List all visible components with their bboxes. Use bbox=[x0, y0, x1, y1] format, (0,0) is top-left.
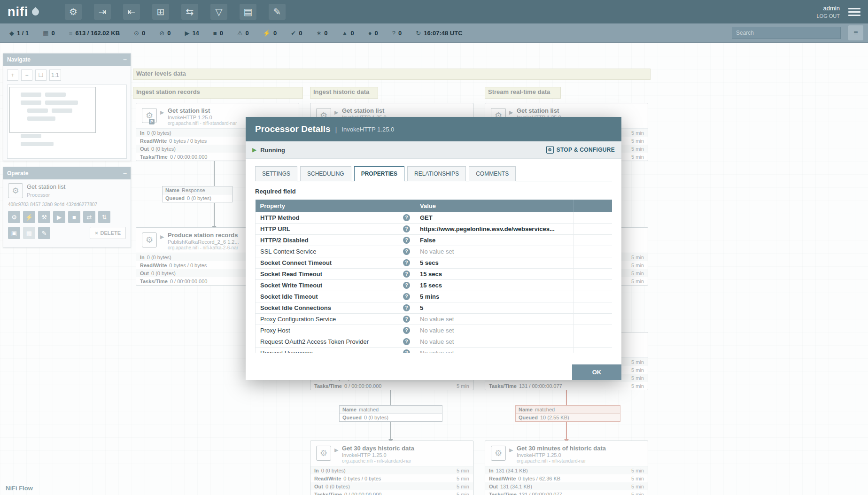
transmitting-icon: ⊙ bbox=[134, 30, 139, 37]
property-value-cell[interactable]: No value set bbox=[415, 325, 574, 336]
help-icon[interactable]: ? bbox=[403, 225, 410, 232]
property-value: 5 secs bbox=[420, 259, 568, 266]
nifi-app: nifi ⚙⇥⇤⊞⇆▽▤✎ admin LOG OUT ◆1 / 1▦0≡613… bbox=[0, 0, 868, 495]
input-port-icon[interactable]: ⇥ bbox=[94, 4, 111, 20]
stale-icon: ▲ bbox=[342, 30, 348, 37]
property-extra-cell bbox=[574, 336, 612, 348]
output-port-icon[interactable]: ⇤ bbox=[123, 4, 140, 20]
property-value: No value set bbox=[420, 248, 454, 255]
dialog-status-row: ▶ Running ⚙ STOP & CONFIGURE bbox=[246, 141, 621, 159]
help-icon[interactable]: ? bbox=[403, 237, 410, 244]
property-value-cell[interactable]: https://www.pegelonline.wsv.de/webservic… bbox=[415, 224, 574, 235]
queued-icon: ≡ bbox=[69, 30, 73, 37]
processor-icon[interactable]: ⚙ bbox=[65, 4, 82, 20]
help-icon[interactable]: ? bbox=[403, 338, 410, 345]
sync-failure-icon: ? bbox=[392, 30, 395, 37]
help-icon[interactable]: ? bbox=[403, 327, 410, 334]
search-input[interactable] bbox=[732, 27, 841, 39]
global-menu-button[interactable] bbox=[848, 8, 860, 16]
tab-settings[interactable]: SETTINGS bbox=[255, 166, 297, 181]
remote-process-group-icon[interactable]: ⇆ bbox=[181, 4, 198, 20]
transmitting: ⊙0 bbox=[134, 30, 145, 37]
tab-comments[interactable]: COMMENTS bbox=[469, 166, 516, 181]
top-toolbar: nifi ⚙⇥⇤⊞⇆▽▤✎ admin LOG OUT bbox=[0, 0, 868, 23]
cluster-status-icon: ◆ bbox=[9, 30, 14, 37]
up-to-date-count: 0 bbox=[299, 30, 302, 37]
property-value-cell[interactable]: No value set bbox=[415, 348, 574, 353]
property-value-cell[interactable]: 15 secs bbox=[415, 269, 574, 280]
property-name-cell: Socket Write Timeout? bbox=[256, 280, 415, 291]
stale-count: 0 bbox=[350, 30, 354, 37]
help-icon[interactable]: ? bbox=[403, 349, 410, 353]
property-value: No value set bbox=[420, 316, 454, 323]
template-icon[interactable]: ▤ bbox=[240, 4, 256, 20]
property-value: False bbox=[420, 237, 568, 244]
property-value: GET bbox=[420, 214, 568, 221]
property-name-cell: Socket Connect Timeout? bbox=[256, 257, 415, 269]
property-value-cell[interactable]: No value set bbox=[415, 314, 574, 325]
help-icon[interactable]: ? bbox=[403, 271, 410, 278]
modified-and-stale-count: 0 bbox=[375, 30, 378, 37]
tab-scheduling[interactable]: SCHEDULING bbox=[300, 166, 351, 181]
value-column-header: Value bbox=[415, 200, 574, 212]
stop-and-configure-button[interactable]: ⚙ STOP & CONFIGURE bbox=[546, 146, 615, 154]
disabled-count: 0 bbox=[273, 30, 277, 37]
processor-details-dialog: Processor Details | InvokeHTTP 1.25.0 ▶ … bbox=[246, 117, 621, 380]
property-value-cell[interactable]: GET bbox=[415, 212, 574, 224]
help-icon[interactable]: ? bbox=[403, 304, 410, 311]
label-icon[interactable]: ✎ bbox=[269, 4, 286, 20]
funnel-icon[interactable]: ▽ bbox=[210, 4, 227, 20]
stopped: ■0 bbox=[213, 30, 223, 37]
help-icon[interactable]: ? bbox=[403, 248, 410, 255]
last-refresh: ↻16:07:48 UTC bbox=[416, 30, 462, 37]
property-row: Socket Connect Timeout?5 secs bbox=[256, 257, 612, 269]
property-name: Request Username bbox=[260, 349, 313, 353]
tab-relationships[interactable]: RELATIONSHIPS bbox=[407, 166, 466, 181]
property-value-cell[interactable]: 5 bbox=[415, 302, 574, 314]
property-name: HTTP URL bbox=[260, 225, 290, 232]
property-name-cell: Socket Read Timeout? bbox=[256, 269, 415, 280]
property-name-cell: Socket Idle Timeout? bbox=[256, 291, 415, 302]
property-row: Request OAuth2 Access Token Provider?No … bbox=[256, 336, 612, 348]
properties-table-wrap: Property Value HTTP Method?GETHTTP URL?h… bbox=[255, 200, 612, 353]
invalid-count: 0 bbox=[246, 30, 249, 37]
not-transmitting-count: 0 bbox=[167, 30, 170, 37]
property-row: Request Username?No value set bbox=[256, 348, 612, 353]
property-value-cell[interactable]: No value set bbox=[415, 246, 574, 257]
property-name-cell: SSL Context Service? bbox=[256, 246, 415, 257]
property-name: Socket Idle Connections bbox=[260, 304, 331, 311]
stale: ▲0 bbox=[342, 30, 354, 37]
property-value-cell[interactable]: 5 secs bbox=[415, 257, 574, 269]
property-value-cell[interactable]: 15 secs bbox=[415, 280, 574, 291]
property-name-cell: Proxy Configuration Service? bbox=[256, 314, 415, 325]
transmitting-count: 0 bbox=[142, 30, 145, 37]
property-name: Request OAuth2 Access Token Provider bbox=[260, 338, 369, 345]
running: ▶14 bbox=[185, 30, 199, 37]
status-items: ◆1 / 1▦0≡613 / 162.02 KB⊙0⊘0▶14■0⚠0⚡0✔0∗… bbox=[0, 30, 463, 37]
property-value: 15 secs bbox=[420, 271, 568, 278]
help-icon[interactable]: ? bbox=[403, 259, 410, 266]
property-name-cell: HTTP URL? bbox=[256, 224, 415, 235]
ok-button[interactable]: OK bbox=[572, 364, 621, 380]
help-icon[interactable]: ? bbox=[403, 282, 410, 289]
property-value: 15 secs bbox=[420, 282, 568, 289]
help-icon[interactable]: ? bbox=[403, 214, 410, 221]
property-name-cell: HTTP/2 Disabled? bbox=[256, 235, 415, 246]
invalid-icon: ⚠ bbox=[237, 30, 243, 37]
nifi-drop-icon bbox=[30, 7, 40, 16]
disabled: ⚡0 bbox=[263, 30, 277, 37]
dialog-title: Processor Details bbox=[255, 124, 331, 134]
property-value-cell[interactable]: False bbox=[415, 235, 574, 246]
property-value-cell[interactable]: No value set bbox=[415, 336, 574, 348]
running-icon: ▶ bbox=[252, 147, 256, 153]
help-icon[interactable]: ? bbox=[403, 293, 410, 300]
property-row: SSL Context Service?No value set bbox=[256, 246, 612, 257]
up-to-date: ✔0 bbox=[291, 30, 302, 37]
property-value-cell[interactable]: 5 mins bbox=[415, 291, 574, 302]
tab-properties[interactable]: PROPERTIES bbox=[354, 166, 404, 181]
logout-link[interactable]: LOG OUT bbox=[816, 13, 840, 19]
property-row: Proxy Host?No value set bbox=[256, 325, 612, 336]
process-group-icon[interactable]: ⊞ bbox=[152, 4, 169, 20]
help-icon[interactable]: ? bbox=[403, 316, 410, 323]
bulletin-board-icon[interactable]: ≡ bbox=[848, 25, 863, 40]
